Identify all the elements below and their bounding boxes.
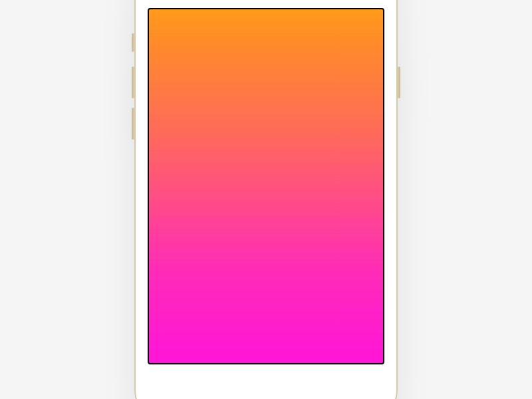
- phone-edge: [134, 0, 398, 399]
- phone-body: [136, 0, 396, 399]
- silence-switch: [132, 33, 134, 52]
- screen-gradient-wallpaper: [149, 9, 383, 363]
- screen-border: [148, 8, 384, 364]
- volume-down-button: [132, 108, 134, 140]
- volume-up-button: [132, 66, 134, 98]
- phone-mockup: [134, 0, 398, 399]
- power-button: [398, 66, 400, 98]
